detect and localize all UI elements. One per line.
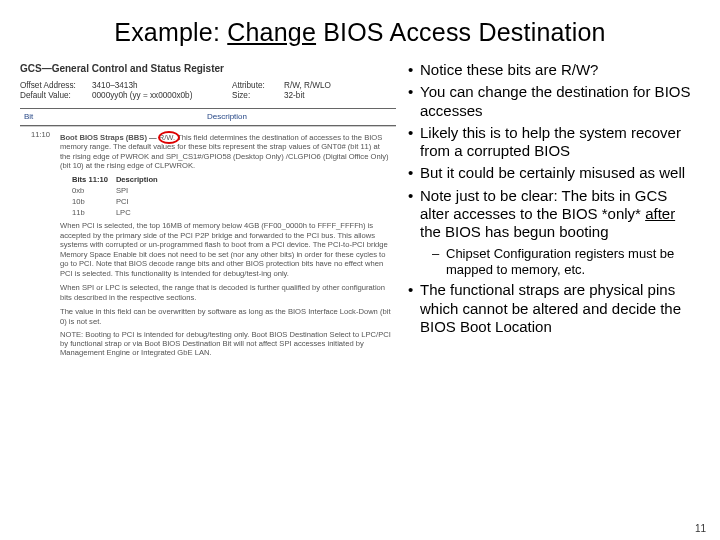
size-value: 32-bit	[284, 91, 304, 100]
offset-label: Offset Address:	[20, 81, 92, 90]
bullet-column: Notice these bits are R/W? You can chang…	[406, 61, 700, 363]
bullet-item-note: Note just to be clear: The bits in GCS a…	[406, 187, 700, 278]
th-bit: Bit	[20, 109, 58, 124]
spi-paragraph: When SPI or LPC is selected, the range t…	[60, 283, 392, 302]
bullet-item: Notice these bits are R/W?	[406, 61, 700, 79]
bullet-item: The functional straps are physical pins …	[406, 281, 700, 336]
note-label: NOTE:	[60, 330, 83, 339]
note-text: Booting to PCI is intended for debug/tes…	[60, 330, 391, 356]
default-label: Default Value:	[20, 91, 92, 100]
mini-th-desc: Description	[116, 175, 166, 186]
mini-cell: PCI	[116, 197, 166, 208]
table-header: Bit Description	[20, 109, 396, 125]
mini-cell: LPC	[116, 208, 166, 219]
note-pre: Note just to be clear: The bits in GCS a…	[420, 187, 667, 222]
offset-value: 3410–3413h	[92, 81, 232, 90]
bbs-label: Boot BIOS Straps (BBS) —	[60, 133, 159, 142]
bit-description: Boot BIOS Straps (BBS) — R/W. This field…	[52, 127, 396, 364]
note-underlined: after	[645, 205, 675, 222]
gcs-heading: GCS—General Control and Status Register	[20, 63, 396, 75]
override-paragraph: The value in this field can be overwritt…	[60, 307, 392, 326]
size-label: Size:	[232, 91, 284, 100]
title-pre: Example:	[114, 18, 227, 46]
bullet-list: Notice these bits are R/W? You can chang…	[406, 61, 700, 336]
mini-th-bits: Bits 11:10	[72, 175, 116, 186]
bbs-paragraph: Boot BIOS Straps (BBS) — R/W. This field…	[60, 133, 392, 171]
note-post: the BIOS has begun booting	[420, 223, 608, 240]
mini-cell: SPI	[116, 186, 166, 197]
attr-row: Offset Address: 3410–3413h Attribute: R/…	[20, 81, 396, 90]
title-post: BIOS Access Destination	[316, 18, 606, 46]
encoding-table: Bits 11:10Description 0xbSPI 10bPCI 11bL…	[72, 175, 166, 218]
slide-title: Example: Change BIOS Access Destination	[20, 18, 700, 47]
sub-bullet-item: Chipset Configuration registers must be …	[420, 246, 700, 278]
bbs-rw: R/W.	[159, 133, 175, 142]
attribute-value: R/W, R/WLO	[284, 81, 331, 90]
mini-cell: 0xb	[72, 186, 116, 197]
note-block: NOTE: Booting to PCI is intended for deb…	[60, 331, 392, 357]
register-table: Bit Description 11:10 Boot BIOS Straps (…	[20, 108, 396, 363]
bullet-item: You can change the destination for BIOS …	[406, 83, 700, 120]
bullet-item: Likely this is to help the system recove…	[406, 124, 700, 161]
default-value: 0000yy0h (yy = xx0000x0b)	[92, 91, 232, 100]
mini-cell: 10b	[72, 197, 116, 208]
title-underlined: Change	[227, 18, 316, 46]
attr-row: Default Value: 0000yy0h (yy = xx0000x0b)…	[20, 91, 396, 100]
sub-bullet-list: Chipset Configuration registers must be …	[420, 246, 700, 278]
pci-paragraph: When PCI is selected, the top 16MB of me…	[60, 221, 392, 278]
attribute-label: Attribute:	[232, 81, 284, 90]
register-spec: GCS—General Control and Status Register …	[20, 61, 396, 363]
mini-cell: 11b	[72, 208, 116, 219]
bit-number: 11:10	[20, 127, 52, 364]
th-desc: Description	[58, 109, 396, 124]
table-row: 11:10 Boot BIOS Straps (BBS) — R/W. This…	[20, 126, 396, 364]
page-number: 11	[695, 523, 706, 534]
bullet-item: But it could be certainly misused as wel…	[406, 164, 700, 182]
